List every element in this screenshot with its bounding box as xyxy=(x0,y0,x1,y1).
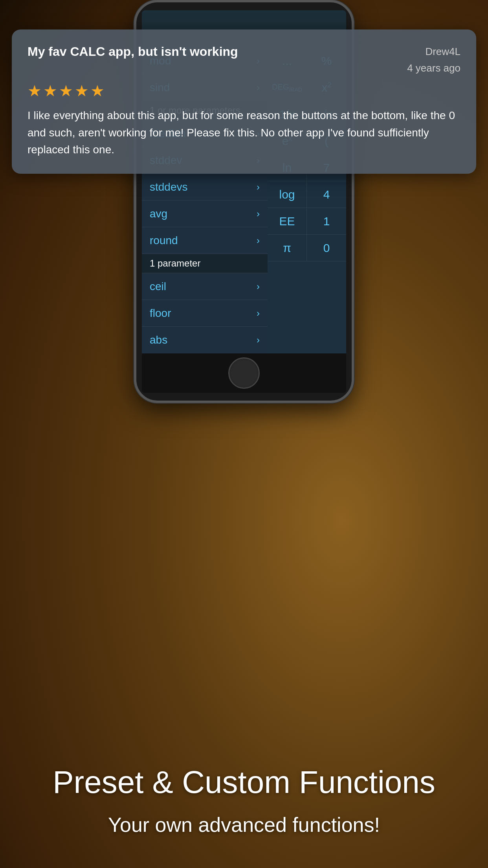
btn-row-7: EE 1 xyxy=(268,208,346,235)
review-stars: ★ ★ ★ ★ ★ xyxy=(28,82,460,100)
btn-0[interactable]: 0 xyxy=(307,235,346,261)
chevron-abs: › xyxy=(257,335,260,346)
chevron-stddevs: › xyxy=(257,182,260,193)
func-label-stddevs: stddevs xyxy=(150,181,188,193)
bottom-text-section: Preset & Custom Functions Your own advan… xyxy=(0,748,488,868)
btn-row-8: π 0 xyxy=(268,235,346,261)
pi-label: π xyxy=(283,241,291,255)
btn-pi[interactable]: π xyxy=(268,235,307,261)
func-item-floor[interactable]: floor › xyxy=(142,300,268,327)
func-label-floor: floor xyxy=(150,307,171,320)
chevron-ceil: › xyxy=(257,281,260,292)
home-button[interactable] xyxy=(228,357,260,389)
func-item-avg[interactable]: avg › xyxy=(142,200,268,227)
btn-1[interactable]: 1 xyxy=(307,208,346,235)
review-meta: Drew4L 4 years ago xyxy=(407,44,460,76)
star-1: ★ xyxy=(28,82,42,100)
func-item-ceil[interactable]: ceil › xyxy=(142,273,268,300)
log-label: log xyxy=(279,188,295,201)
review-card: My fav CALC app, but isn't working Drew4… xyxy=(12,29,476,174)
ee-label: EE xyxy=(279,215,295,228)
btn-4[interactable]: 4 xyxy=(307,181,346,208)
review-time: 4 years ago xyxy=(407,62,460,74)
star-4: ★ xyxy=(75,82,89,100)
num-4-label: 4 xyxy=(323,188,330,201)
review-header: My fav CALC app, but isn't working Drew4… xyxy=(28,44,460,76)
func-label-abs: abs xyxy=(150,334,167,346)
chevron-avg: › xyxy=(257,208,260,219)
btn-row-6: log 4 xyxy=(268,181,346,208)
star-2: ★ xyxy=(43,82,57,100)
star-3: ★ xyxy=(59,82,73,100)
review-title: My fav CALC app, but isn't working xyxy=(28,44,407,60)
num-0-label: 0 xyxy=(323,241,330,255)
review-body: I like everything about this app, but fo… xyxy=(28,107,460,158)
num-1-label: 1 xyxy=(323,215,330,228)
btn-log[interactable]: log xyxy=(268,181,307,208)
star-5: ★ xyxy=(90,82,105,100)
chevron-floor: › xyxy=(257,308,260,319)
bottom-subtitle: Your own advanced functions! xyxy=(31,813,457,837)
home-button-area xyxy=(142,353,346,393)
func-label-round: round xyxy=(150,234,178,247)
status-bar xyxy=(142,10,346,26)
chevron-round: › xyxy=(257,235,260,246)
func-item-abs[interactable]: abs › xyxy=(142,327,268,353)
section-header-1param: 1 parameter xyxy=(142,254,268,273)
func-label-avg: avg xyxy=(150,208,167,220)
func-label-ceil: ceil xyxy=(150,280,166,293)
func-item-round[interactable]: round › xyxy=(142,227,268,254)
btn-ee[interactable]: EE xyxy=(268,208,307,235)
func-item-stddevs[interactable]: stddevs › xyxy=(142,174,268,200)
bottom-title: Preset & Custom Functions xyxy=(31,763,457,801)
review-author: Drew4L xyxy=(425,46,460,57)
